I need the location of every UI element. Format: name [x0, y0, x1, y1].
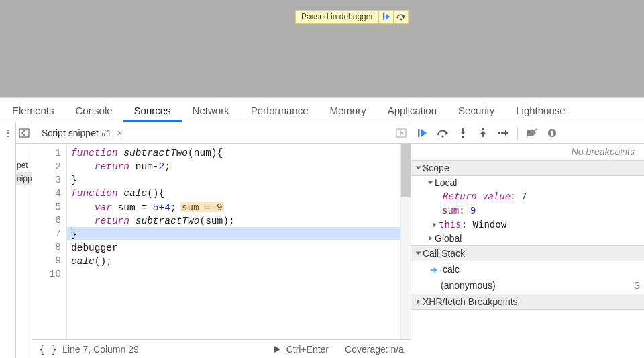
nav-item-1[interactable]: nipp [16, 172, 32, 185]
chevron-down-icon [416, 252, 421, 255]
svg-rect-11 [551, 134, 553, 136]
tab-console[interactable]: Console [65, 99, 123, 122]
code-body[interactable]: function subtractTwo(num){ return num-2;… [67, 144, 400, 339]
resume-icon[interactable] [378, 11, 393, 23]
tab-elements[interactable]: Elements [1, 99, 65, 122]
svg-point-6 [462, 136, 464, 138]
paused-in-debugger-pill: Paused in debugger [295, 10, 409, 24]
step-into-button-icon[interactable] [457, 127, 469, 139]
scope-variable-sum[interactable]: sum: 9 [411, 204, 644, 218]
run-icon[interactable] [274, 345, 281, 353]
scope-local[interactable]: Local [411, 176, 644, 189]
debugger-panel: No breakpoints Scope Local Return value:… [411, 122, 644, 358]
navigator-toggle-icon[interactable] [16, 122, 32, 144]
code-editor[interactable]: 12345678910 function subtractTwo(num){ r… [32, 144, 411, 339]
resume-button-icon[interactable] [417, 127, 429, 139]
editor-tabs: Script snippet #1 × [32, 122, 411, 144]
tab-memory[interactable]: Memory [319, 99, 377, 122]
scope-global[interactable]: Global [411, 232, 644, 245]
chevron-right-icon [433, 222, 436, 228]
coverage-label: Coverage: n/a [345, 344, 404, 355]
step-button-icon[interactable] [497, 127, 509, 139]
scope-this[interactable]: this: Window [411, 218, 644, 232]
editor-panel: Script snippet #1 × 12345678910 function… [32, 122, 411, 358]
svg-rect-0 [383, 13, 384, 20]
svg-point-1 [400, 19, 402, 21]
editor-tab-title: Script snippet #1 [42, 128, 111, 138]
step-over-icon[interactable] [393, 11, 408, 23]
chevron-down-icon [416, 167, 421, 170]
svg-rect-10 [551, 131, 553, 134]
step-out-button-icon[interactable] [477, 127, 489, 139]
tab-application[interactable]: Application [377, 99, 447, 122]
tab-sources[interactable]: Sources [123, 99, 182, 122]
tab-lighthouse[interactable]: Lighthouse [505, 99, 576, 122]
chevron-down-icon [428, 181, 433, 185]
more-options-icon[interactable]: ⋮ [0, 122, 16, 358]
deactivate-breakpoints-icon[interactable] [526, 127, 538, 139]
nav-item-0[interactable]: pet [16, 159, 32, 172]
svg-point-8 [498, 132, 500, 134]
no-breakpoints-label: No breakpoints [411, 144, 644, 160]
tab-network[interactable]: Network [182, 99, 240, 122]
tab-security[interactable]: Security [447, 99, 505, 122]
editor-status-bar: { } Line 7, Column 29 Ctrl+Enter Coverag… [32, 339, 411, 358]
svg-point-5 [441, 135, 443, 137]
chevron-right-icon [429, 236, 432, 241]
cursor-position: Line 7, Column 29 [62, 344, 139, 355]
current-frame-icon: ➔ [430, 265, 437, 275]
stack-frame-calc[interactable]: ➔ calc [411, 261, 644, 277]
chevron-right-icon [417, 299, 420, 304]
svg-rect-2 [19, 129, 29, 137]
editor-scrollbar[interactable] [400, 144, 411, 339]
tab-performance[interactable]: Performance [240, 99, 319, 122]
debugger-toolbar [411, 122, 644, 144]
callstack-section-header[interactable]: Call Stack [411, 245, 644, 261]
pretty-print-icon[interactable]: { } [39, 343, 57, 355]
xhr-section-header[interactable]: XHR/fetch Breakpoints [411, 294, 644, 310]
navigator-panel: pet nipp [16, 122, 32, 358]
run-snippet-icon[interactable] [396, 128, 407, 138]
step-over-button-icon[interactable] [437, 127, 449, 139]
run-hint: Ctrl+Enter [286, 344, 329, 355]
close-tab-icon[interactable]: × [117, 128, 122, 138]
scope-return-value[interactable]: Return value: 7 [411, 189, 644, 204]
devtools-panel: Elements Console Sources Network Perform… [0, 97, 644, 358]
scope-section-header[interactable]: Scope [411, 160, 644, 176]
devtools-main-tabs: Elements Console Sources Network Perform… [0, 98, 644, 122]
svg-rect-4 [418, 129, 420, 137]
editor-tab[interactable]: Script snippet #1 × [36, 125, 127, 141]
svg-point-7 [482, 128, 484, 130]
pause-on-exceptions-icon[interactable] [546, 127, 558, 139]
paused-label: Paused in debugger [296, 12, 378, 21]
line-gutter: 12345678910 [32, 144, 67, 339]
stack-frame-anonymous[interactable]: (anonymous) S [411, 277, 644, 294]
